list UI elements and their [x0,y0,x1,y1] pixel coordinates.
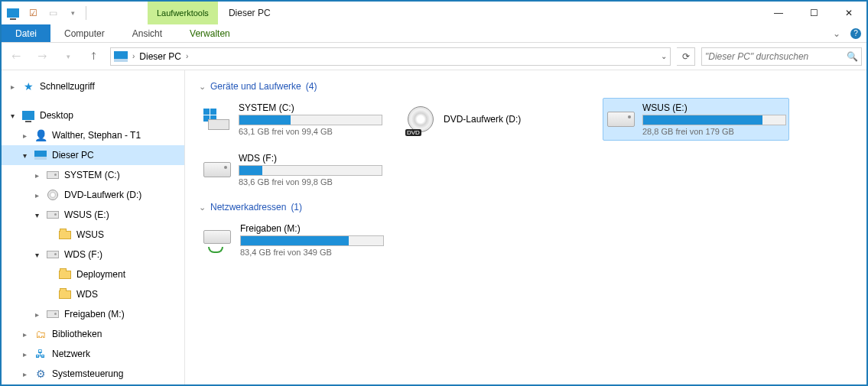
twist-icon[interactable] [20,370,29,378]
tree-label: Deployment [76,269,125,280]
ribbon-tab-ansicht[interactable]: Ansicht [119,24,176,42]
tree-recyclebin[interactable]: 🗑 Papierkorb [2,384,184,384]
folder-icon [58,288,72,300]
tile-wsus-e[interactable]: WSUS (E:) 28,8 GB frei von 179 GB [603,98,789,141]
tile-freigaben-m[interactable]: Freigaben (M:) 83,4 GB frei von 349 GB [199,219,385,261]
ribbon-tab-computer[interactable]: Computer [50,24,119,42]
network-icon: 🖧 [34,348,47,360]
tree-dvd-d[interactable]: DVD-Laufwerk (D:) [2,185,184,205]
twist-icon[interactable] [32,251,41,259]
refresh-button[interactable]: ⟳ [677,47,695,66]
tree-label: Walther, Stephan - T1 [52,130,141,141]
tree-controlpanel[interactable]: ⚙ Systemsteuerung [2,364,184,384]
address-dropdown-icon[interactable]: ⌄ [661,52,667,60]
system-drive-icon [203,104,231,135]
chevron-down-icon[interactable]: ⌄ [199,203,206,212]
twist-icon[interactable] [32,191,41,199]
qat-dropdown-icon[interactable]: ▾ [66,6,80,20]
tile-name: SYSTEM (C:) [239,102,382,113]
tile-name: WSUS (E:) [642,102,786,113]
tree-label: Dieser PC [52,150,94,161]
tree-libraries[interactable]: 🗂 Bibliotheken [2,324,184,344]
user-icon: 👤 [34,129,47,141]
tile-wds-f[interactable]: WDS (F:) 83,6 GB frei von 99,8 GB [199,148,385,191]
tile-name: Freigaben (M:) [240,223,384,234]
tree-wds-folder[interactable]: WDS [2,284,184,304]
group-netloc-grid: Freigaben (M:) 83,4 GB frei von 349 GB [199,219,853,261]
qat-newfolder-icon[interactable]: ▭ [46,6,60,20]
group-header-devices[interactable]: ⌄ Geräte und Laufwerke (4) [199,81,853,92]
search-box[interactable]: 🔍 [701,47,862,66]
twist-icon[interactable] [32,171,41,180]
tree-wds-f[interactable]: WDS (F:) [2,245,184,264]
tile-name: DVD-Laufwerk (D:) [444,114,583,125]
search-input[interactable] [705,51,847,62]
tree-desktop[interactable]: Desktop [2,105,184,125]
tile-system-c[interactable]: SYSTEM (C:) 63,1 GB frei von 99,4 GB [199,98,385,141]
twist-icon[interactable] [20,131,29,140]
drive-icon [46,209,60,221]
ribbon: Datei Computer Ansicht Verwalten ⌄ ? [2,24,866,43]
content-pane[interactable]: ⌄ Geräte und Laufwerke (4) SYSTEM (C:) 6… [185,70,866,384]
dvd-drive-icon: DVD [405,104,436,135]
maximize-button[interactable]: ☐ [796,2,831,24]
breadcrumb-root[interactable]: Dieser PC [139,51,181,62]
quick-access-toolbar: ☑ ▭ ▾ [2,2,86,24]
tree-freigaben-m[interactable]: Freigaben (M:) [2,304,184,324]
chevron-down-icon[interactable]: ⌄ [199,82,206,92]
tree-thispc[interactable]: Dieser PC [2,145,184,165]
group-count: (4) [306,81,317,92]
breadcrumb-sep-icon[interactable]: › [132,52,135,60]
tree-wsus-folder[interactable]: WSUS [2,225,184,245]
breadcrumb-sep-icon[interactable]: › [186,52,188,60]
close-button[interactable]: ✕ [831,2,866,24]
drive-icon [46,169,60,181]
ribbon-tab-datei[interactable]: Datei [2,24,50,42]
ribbon-expand-icon[interactable]: ⌄ [828,24,845,42]
tree-quickaccess[interactable]: ★ Schnellzugriff [2,76,184,96]
tree-network[interactable]: 🖧 Netzwerk [2,344,184,364]
tile-sub: 83,4 GB frei von 349 GB [240,248,384,257]
capacity-bar [239,165,382,176]
minimize-button[interactable]: — [761,2,796,24]
drive-icon [607,104,635,135]
tile-dvd-d[interactable]: DVD DVD-Laufwerk (D:) [401,98,587,141]
twist-icon[interactable] [32,310,41,319]
tree-label: Netzwerk [52,349,90,359]
twist-icon[interactable] [20,330,29,339]
navigation-row: 🡐 🡒 ▾ 🡑 › Dieser PC › ⌄ ⟳ 🔍 [2,43,866,70]
tree-system-c[interactable]: SYSTEM (C:) [2,165,184,185]
nav-recent-dropdown[interactable]: ▾ [58,47,78,66]
address-icon [114,51,128,62]
twist-icon[interactable] [8,112,17,120]
twist-icon[interactable] [20,350,29,358]
qat-properties-icon[interactable]: ☑ [26,6,40,20]
tree-user[interactable]: 👤 Walther, Stephan - T1 [2,125,184,145]
help-button[interactable]: ? [845,24,866,42]
star-icon: ★ [21,80,35,92]
navigation-tree[interactable]: ★ Schnellzugriff Desktop 👤 Walther, Step… [2,70,185,384]
netdrive-icon [46,308,60,320]
twist-icon[interactable] [8,83,17,91]
twist-icon[interactable] [32,211,41,219]
nav-up-button[interactable]: 🡑 [84,47,104,66]
search-icon: 🔍 [847,51,858,62]
address-bar[interactable]: › Dieser PC › ⌄ [110,47,671,66]
tree-label: Systemsteuerung [52,368,123,379]
group-header-netloc[interactable]: ⌄ Netzwerkadressen (1) [199,202,853,212]
nav-back-button[interactable]: 🡐 [6,47,26,66]
ribbon-tab-verwalten[interactable]: Verwalten [176,24,244,42]
tree-deployment-folder[interactable]: Deployment [2,264,184,284]
network-drive-icon [203,225,232,255]
tree-label: WSUS (E:) [64,209,109,220]
group-label: Geräte und Laufwerke [210,81,301,92]
tile-name: WDS (F:) [239,153,382,164]
nav-forward-button[interactable]: 🡒 [32,47,52,66]
controlpanel-icon: ⚙ [34,368,47,380]
app-icon [6,6,20,20]
tree-label: SYSTEM (C:) [64,170,120,180]
capacity-bar [642,115,786,125]
tree-wsus-e[interactable]: WSUS (E:) [2,205,184,225]
twist-icon[interactable] [20,151,29,160]
folder-icon [58,229,72,241]
